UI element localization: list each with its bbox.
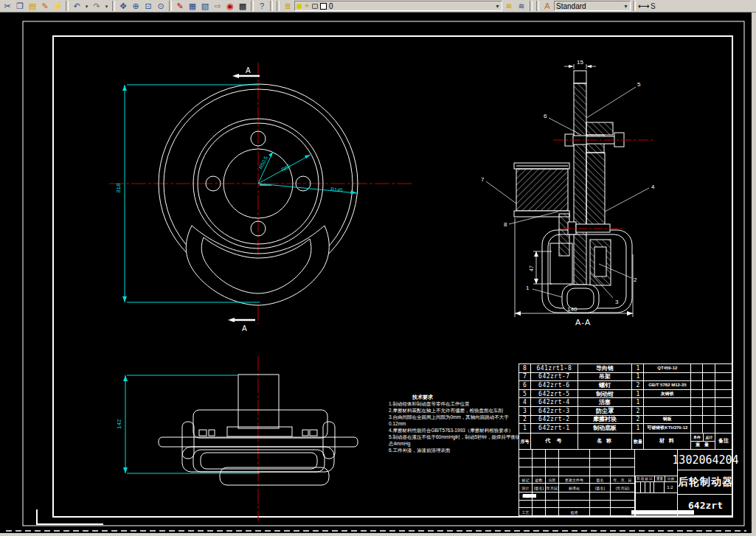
- bom-qty: 1: [632, 364, 644, 372]
- layer-combo[interactable]: ☀ 0 ▼: [294, 1, 502, 11]
- bom-total: [703, 398, 715, 406]
- bom-table: 8 641zrt1-8 导向销 1 QT450-12 7 642zrt-7 吊架…: [519, 363, 732, 450]
- bom-total: [703, 416, 715, 424]
- label-zone: 分区: [546, 476, 559, 483]
- match-properties-icon[interactable]: ⚡: [52, 1, 63, 12]
- bom-no: 3: [519, 407, 531, 415]
- bom-material: [644, 398, 691, 406]
- table-row: 3 642zrt-3 防尘罩 2: [519, 407, 732, 416]
- window-right-edge: [752, 13, 756, 536]
- bom-material: GB/T 5782 M12-35: [644, 381, 691, 389]
- scale-value: 1:2: [665, 482, 676, 493]
- zoom-realtime-icon[interactable]: ⊕: [130, 1, 142, 12]
- label-weight: 重量: [655, 476, 665, 481]
- properties-icon[interactable]: ▧: [199, 1, 211, 12]
- dim-r145: R145: [330, 187, 343, 192]
- side-view: 142: [116, 356, 358, 521]
- layers-icon[interactable]: ≣: [282, 1, 294, 12]
- plot-preview-icon[interactable]: ⇨: [212, 1, 223, 12]
- bom-name: 活塞: [578, 398, 633, 406]
- layer-lock-icon: [312, 4, 318, 9]
- label-date3: (年月日): [611, 484, 635, 492]
- chevron-down-icon[interactable]: ▼: [623, 4, 628, 9]
- bom-header-unit: 单件: [691, 434, 703, 441]
- redo-dropdown-icon[interactable]: ▾: [103, 1, 110, 12]
- section-letter-bottom: A: [242, 324, 247, 333]
- bom-material: 钢板: [644, 416, 691, 424]
- layer-on-icon: [296, 4, 302, 9]
- bom-remark: [715, 373, 732, 381]
- dim-style-icon[interactable]: ⟷: [638, 1, 650, 12]
- bom-header-qty: 数量: [634, 439, 642, 444]
- bom-code: 642zrt-5: [531, 390, 578, 398]
- drawing-serial: 1302064204: [678, 450, 733, 470]
- bom-unit: [691, 373, 703, 381]
- dim-318: 318: [115, 183, 122, 193]
- revision-icon[interactable]: ◉: [224, 1, 236, 12]
- bom-unit: [691, 390, 703, 398]
- bom-qty: 2: [632, 381, 644, 389]
- label-sign: 签名: [590, 476, 611, 483]
- bom-header-remark: 备注: [715, 434, 732, 449]
- layer-states-icon[interactable]: ≋: [516, 1, 527, 12]
- chevron-down-icon[interactable]: ▼: [495, 4, 500, 9]
- calculator-icon[interactable]: ▩: [237, 1, 249, 12]
- layer-manager-icon[interactable]: ▦: [187, 1, 198, 12]
- note-line: 2.摩擦材料装配在轴上不允许有偏磨，检验盘面在车削: [389, 407, 521, 414]
- label-change-doc: 更改文件号: [559, 476, 590, 483]
- bom-name: 防尘罩: [578, 407, 633, 415]
- label-mark: 标记: [519, 476, 533, 483]
- cut-icon[interactable]: ✂: [1, 1, 13, 12]
- format-painter-icon[interactable]: ✎: [39, 1, 51, 12]
- dim-r85: R85: [280, 164, 291, 173]
- callout-2: 2: [634, 276, 637, 283]
- redo-icon[interactable]: ↷: [91, 1, 103, 12]
- bom-name: 螺钉: [578, 381, 633, 389]
- bom-code: 642zrt-1: [531, 424, 578, 433]
- section-view: 15: [481, 59, 655, 327]
- table-row: 1 642zrt-1 制动底板 1 可锻铸铁KTH370-12: [519, 424, 732, 433]
- help-icon[interactable]: ?: [256, 1, 268, 12]
- bom-remark: [715, 364, 732, 372]
- note-line: 3.自由间隙在全圆周上间隙为0mm，其轴向圆跳动不大于0.12mm: [389, 414, 521, 427]
- separator: [169, 1, 172, 11]
- label-sign3: (签名): [590, 484, 611, 492]
- front-view: 318 R50.5 R85 R145 A A: [109, 63, 413, 333]
- callout-4: 4: [651, 184, 655, 190]
- text-style-combo[interactable]: Standard ▼: [554, 1, 631, 11]
- label-scale: 比例: [665, 476, 676, 481]
- copy-icon[interactable]: ❐: [14, 1, 26, 12]
- label-date2: (年月日): [546, 484, 559, 492]
- layer-previous-icon[interactable]: ≋: [503, 1, 515, 12]
- redaction-bar-small: [523, 494, 536, 498]
- callout-7: 7: [481, 176, 485, 183]
- bom-total: [703, 390, 715, 398]
- bom-unit: [691, 407, 703, 415]
- paste-icon[interactable]: ▤: [27, 1, 38, 12]
- label-stage: 阶段标记: [636, 476, 655, 481]
- pan-icon[interactable]: ✥: [117, 1, 129, 12]
- separator: [536, 1, 539, 11]
- undo-icon[interactable]: ↶: [71, 1, 83, 12]
- callout-8: 8: [504, 221, 507, 228]
- table-row: 5 642zrt-5 制动钳 1 灰铸铁: [519, 390, 732, 399]
- layer-color-swatch: [320, 3, 327, 10]
- text-style-icon[interactable]: A: [541, 1, 553, 12]
- bom-qty: 2: [632, 407, 644, 415]
- zoom-previous-icon[interactable]: ⊙: [155, 1, 167, 12]
- zoom-window-icon[interactable]: ⊡: [142, 1, 154, 12]
- undo-dropdown-icon[interactable]: ▾: [83, 1, 90, 12]
- text-edit-icon[interactable]: ✎: [174, 1, 186, 12]
- bom-material: [644, 407, 691, 415]
- label-design: 设计: [519, 484, 533, 492]
- bom-code: 642zrt-2: [531, 416, 578, 424]
- callout-1: 1: [526, 285, 530, 291]
- label-craft: 工艺: [519, 508, 533, 516]
- bom-qty: 2: [632, 416, 644, 424]
- bom-no: 2: [519, 416, 531, 424]
- bom-header-name: 名 称: [578, 434, 633, 449]
- bom-name: 导向销: [578, 364, 633, 372]
- bom-qty: 1: [632, 424, 644, 433]
- bom-remark: [715, 424, 732, 433]
- note-line: 5.制动器在液压不低于60mmHg时，制动5秒钟，能保持平衡状态4mmHg: [389, 434, 521, 447]
